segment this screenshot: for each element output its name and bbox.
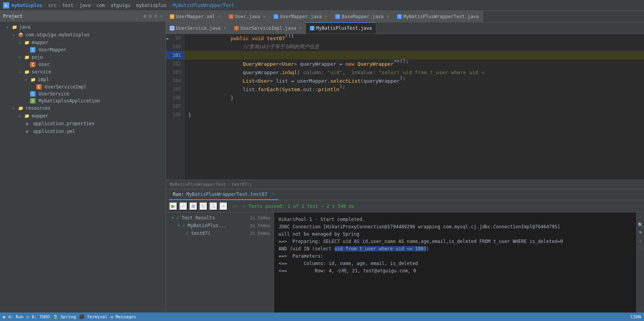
yaml-icon: ⚙ [24, 128, 30, 134]
output-line-8: <== Row: 4, 小明, 21, test@atguigu.com, 0 [279, 267, 632, 274]
tree-item-resources[interactable]: ▾ 📁 resources [0, 104, 166, 112]
tab-mybatispluswrappertest[interactable]: T MyBatisPlusWrapperTest.java [393, 11, 483, 22]
status-spring[interactable]: 🍃 Spring [53, 314, 76, 319]
tab-mybatisplustest-java[interactable]: T MyBatisPlusTest.java [306, 22, 376, 34]
interface-icon-userservice: I [30, 91, 35, 97]
editor-area: X UserMapper.xml × C User.java × I UserM… [166, 11, 644, 313]
tab-user-java[interactable]: C User.java × [225, 11, 270, 22]
tab-close-basemapper-java[interactable]: × [387, 14, 389, 19]
output-line-1: HikariPool-1 - Start completed. [279, 216, 632, 223]
tree-item-pojo[interactable]: ▾ 📁 pojo [0, 53, 166, 61]
tree-item-app[interactable]: ▸ S MybatisplusApplication [0, 97, 166, 104]
run-sort-asc-button[interactable]: ⇅ [209, 202, 218, 211]
comment-100: //查询id小于等于100的用户信息 [243, 43, 319, 50]
tree-label-user: User [39, 62, 50, 67]
tree-item-app-properties[interactable]: ▸ ⚙ application.properties [0, 120, 166, 127]
tree-arrow-mapper: ▾ [19, 41, 24, 45]
tree-item-service[interactable]: ▾ 📁 service [0, 68, 166, 76]
tree-item-impl[interactable]: ▾ 📁 impl [0, 76, 166, 83]
run-item-label-mybatisplus: MyBatisPlus... [188, 223, 226, 228]
gutter-run-icon[interactable]: ▶ [167, 36, 169, 41]
status-terminal[interactable]: ⬛ Terminal [79, 314, 108, 319]
tab-close-usermapper-java[interactable]: × [325, 14, 328, 19]
code-line-106: } [184, 93, 644, 102]
right-icon-3[interactable]: ♥ [637, 229, 644, 236]
title-bar: ▶ mybatisplus › src › test › java › com … [0, 0, 644, 11]
tree-item-com[interactable]: ▾ 📦 com.atguigu.mybatisplus [0, 31, 166, 39]
project-gear-icon[interactable]: ⚙ [154, 13, 157, 19]
tab-icon-usermapper-java: I [274, 14, 278, 19]
run-item-test07[interactable]: ✓ test07( 2s 540ms [166, 229, 274, 237]
string-uid: "uid" [327, 70, 342, 75]
tab-usermapper-java[interactable]: I UserMapper.java × [270, 11, 331, 22]
code-line-99: public void test07(){ [184, 34, 644, 42]
right-icon-1[interactable]: ⋮ [637, 214, 644, 220]
run-item-test-results[interactable]: ▾ ✓ Test Results 2s 540ms [166, 214, 274, 222]
tree-arrow-resources: ▾ [12, 106, 18, 110]
tab-close-userservice-java[interactable]: × [224, 25, 226, 31]
status-messages[interactable]: ✉ Messages [111, 314, 136, 319]
run-filter-button[interactable]: ≡ [219, 202, 228, 211]
tree-arrow-impl: ▾ [25, 78, 30, 82]
tree-item-userserviceimpl[interactable]: ▸ C UserServiceImpl [0, 83, 166, 90]
project-sync-icon[interactable]: ⊕ [144, 13, 147, 19]
run-content: ▾ ✓ Test Results 2s 540ms ▾ ✓ MyBatisPlu… [166, 212, 644, 313]
class-system: System [282, 87, 300, 92]
run-item-time-test07: 2s 540ms [250, 231, 270, 236]
title-breadcrumb: mybatisplus › src › test › java › com › … [12, 3, 234, 8]
folder-icon-java: 📁 [12, 24, 18, 30]
project-minus-icon[interactable]: − [159, 13, 162, 19]
status-run[interactable]: ▶ 4: Run [3, 314, 24, 319]
var-qw-104: queryWrapper [363, 78, 400, 84]
line-num-104: 104 [166, 76, 184, 85]
tab-userserviceimpl-java[interactable]: C UserServiceImpl.java × [230, 22, 306, 34]
method-insql: inSql [282, 70, 297, 75]
right-icon-4[interactable]: ↓ [637, 237, 644, 243]
method-test07: test07 [267, 36, 285, 41]
tree-item-mapper[interactable]: ▾ 📁 mapper [0, 39, 166, 46]
check-icon-mybatisplus2: ✓ [183, 223, 185, 228]
run-rerun-button[interactable]: ↻ [199, 202, 208, 211]
tree-label-impl: impl [38, 77, 49, 82]
tree-item-userservice[interactable]: ▸ I UserService [0, 90, 166, 97]
run-play-button[interactable]: ▶ [169, 202, 177, 211]
code-editor[interactable]: ▶99 100 101 102 103 104 105 106 107 108 … [166, 34, 644, 180]
tab-basemapper-java[interactable]: I BaseMapper.java × [331, 11, 393, 22]
tab-close-usermapper-xml[interactable]: × [218, 14, 221, 19]
folder-icon-resources: 📁 [18, 105, 24, 111]
tab-run[interactable]: Run: MyBatisPlusWrapperTest.test07 × [169, 189, 279, 200]
run-item-time-mybatisplus: 2s 540ms [250, 223, 270, 228]
tree-item-usermapper[interactable]: ▸ I UserMapper [0, 46, 166, 53]
run-check-button[interactable]: ✓ [179, 202, 188, 211]
tab-label-basemapper-java: BaseMapper.java [341, 14, 383, 19]
line-num-100: 100 [166, 42, 184, 51]
run-close[interactable]: × [272, 192, 274, 197]
right-icon-5[interactable]: ⬛ [637, 245, 644, 251]
run-item-mybatisplus[interactable]: ▾ ✓ MyBatisPlus... 2s 540ms [166, 222, 274, 229]
run-item-time-results: 2s 540ms [250, 216, 270, 221]
app-icon: ▶ [3, 2, 9, 8]
breadcrumb-class-name: MyBatisPlusWrapperTest [170, 182, 226, 187]
tree-label-userservice: UserService [39, 91, 69, 97]
breadcrumb-test: test [63, 3, 74, 8]
output-line-3: will not be managed by Spring [279, 231, 632, 238]
tab-close-user-java[interactable]: × [263, 14, 266, 19]
tab-usermapper-xml[interactable]: X UserMapper.xml × [166, 11, 225, 22]
output-line-2: JDBC Connection [HikariProxyConnection@1… [279, 223, 632, 230]
run-sidebar: ▾ ✓ Test Results 2s 540ms ▾ ✓ MyBatisPlu… [166, 212, 274, 313]
tab-close-userserviceimpl-java[interactable]: × [299, 25, 302, 31]
run-stop-button[interactable]: ⏹ [189, 202, 198, 211]
right-icon-2[interactable]: 🔍 [637, 222, 644, 228]
line-num-105: 105 [166, 85, 184, 93]
status-todo[interactable]: ☑ 6: TODO [27, 314, 50, 319]
tree-label-app: MybatisplusApplication [39, 98, 100, 104]
tab-icon-basemapper-java: I [335, 14, 340, 19]
code-line-107 [184, 102, 644, 110]
project-collapse-icon[interactable]: ⊟ [149, 13, 152, 19]
tree-item-java[interactable]: ▾ 📁 java [0, 23, 166, 31]
tree-item-res-mapper[interactable]: ▸ 📁 mapper [0, 112, 166, 120]
tree-item-app-yaml[interactable]: ▸ ⚙ application.yml [0, 127, 166, 135]
code-line-100: //查询id小于等于100的用户信息 [184, 42, 644, 51]
tree-item-user[interactable]: ▸ C User [0, 61, 166, 68]
tab-userservice-java[interactable]: I UserService.java × [166, 22, 230, 34]
